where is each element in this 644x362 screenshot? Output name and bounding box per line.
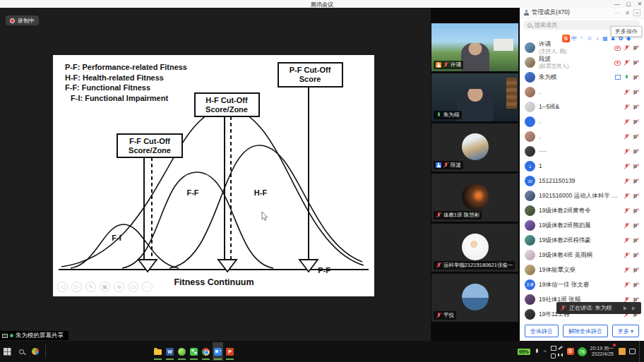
panel-close-button[interactable]: ✕	[624, 10, 631, 16]
panel-more-button[interactable]: ···	[613, 10, 621, 16]
annotate-button[interactable]: ✎	[85, 282, 96, 292]
taskbar-app-file-explorer[interactable]	[153, 342, 163, 361]
battery-indicator[interactable]: 95%	[518, 349, 530, 355]
participant-row[interactable]: 19级体教4班 吴雨桐	[520, 248, 644, 263]
taskbar-app-word[interactable]: W	[165, 342, 175, 361]
mic-muted-icon[interactable]	[624, 104, 630, 110]
start-button[interactable]	[0, 341, 14, 362]
camera-off-icon[interactable]	[633, 178, 639, 184]
action-center-icon[interactable]	[629, 349, 636, 354]
task-view-button[interactable]	[28, 341, 42, 362]
maximize-button[interactable]: ▢	[626, 1, 631, 7]
participant-row[interactable]: .	[520, 129, 644, 144]
participant-row[interactable]: 20 15121150139	[520, 174, 644, 188]
camera-off-icon[interactable]	[633, 222, 639, 229]
taskbar-app-meeting[interactable]	[213, 342, 223, 361]
video-tile[interactable]: 许诵	[431, 23, 518, 71]
participant-row[interactable]: .	[520, 85, 644, 99]
mic-muted-icon[interactable]	[624, 222, 630, 229]
mic-muted-icon[interactable]	[624, 282, 630, 288]
watching-icon[interactable]	[614, 59, 621, 66]
camera-off-icon[interactable]	[633, 59, 639, 66]
mute-all-button[interactable]: 全体静音	[525, 325, 559, 337]
copy-button[interactable]: ▣	[100, 282, 110, 292]
mic-muted-icon[interactable]	[624, 133, 630, 140]
screen-button[interactable]: ▭	[128, 282, 138, 292]
prev-page-button[interactable]: ◁	[57, 282, 68, 292]
magnifier-button[interactable]: ⊕	[114, 282, 124, 292]
mic-muted-icon[interactable]	[624, 252, 630, 258]
taskbar-app-powerpoint[interactable]: P	[225, 342, 235, 361]
video-tile[interactable]: 体教1班 陈慧彬	[431, 174, 518, 222]
camera-off-icon[interactable]	[633, 89, 639, 95]
camera-off-icon[interactable]	[633, 252, 639, 258]
member-list[interactable]: 许诵 (主持人, 我) 段波 (联席主持人) 朱为模 . 1--5班&	[520, 40, 644, 324]
show-desktop-button[interactable]	[639, 341, 642, 362]
mic-muted-icon[interactable]	[624, 44, 630, 51]
video-tile[interactable]: 朱为模	[431, 73, 518, 121]
mic-muted-icon[interactable]	[624, 207, 630, 214]
video-tile[interactable]: 平悦	[431, 274, 518, 322]
participant-row[interactable]: 1 1	[520, 159, 644, 174]
tray-expand-chevron[interactable]: ^	[544, 349, 547, 355]
soft-keyboard-icon[interactable]: ▦	[602, 35, 609, 42]
taskbar-app-app-green[interactable]	[177, 342, 187, 361]
camera-off-icon[interactable]	[633, 74, 639, 80]
more-button[interactable]: ⋯	[142, 282, 153, 292]
punctuation-icon[interactable]: 丶	[578, 35, 585, 42]
mic-muted-icon[interactable]	[624, 267, 630, 273]
taskbar-app-wechat[interactable]	[189, 342, 199, 361]
minimize-button[interactable]: —	[614, 1, 620, 7]
tray-green-badge[interactable]: 76	[578, 347, 587, 356]
more-button[interactable]: 更多 ▾	[612, 325, 639, 337]
mic-muted-icon[interactable]	[624, 59, 630, 66]
camera-off-icon[interactable]	[633, 133, 639, 140]
mic-muted-icon[interactable]	[624, 119, 630, 125]
video-tile[interactable]: 运科学能21215180621张俊一	[431, 224, 518, 272]
camera-off-icon[interactable]	[633, 282, 639, 288]
participant-row[interactable]: 1921516000 运动人体科学 马仁杰	[520, 188, 644, 203]
participant-row[interactable]: 段波 (联席主持人)	[520, 55, 644, 70]
mic-muted-icon[interactable]	[624, 148, 630, 155]
tray-mic-icon[interactable]	[534, 349, 540, 355]
next-page-button[interactable]: ▷	[71, 282, 82, 292]
tray-app-icon[interactable]	[550, 345, 556, 351]
taskbar-app-chrome[interactable]	[201, 342, 211, 361]
participant-row[interactable]: 19级体教2班黄奇令	[520, 203, 644, 218]
close-button[interactable]: ✕	[638, 1, 642, 7]
participant-row[interactable]: 19体能覃义燊	[520, 263, 644, 277]
sogou-logo-icon[interactable]: S	[562, 35, 570, 42]
camera-off-icon[interactable]	[633, 163, 639, 169]
video-tile[interactable]: 段波	[431, 123, 518, 171]
camera-off-icon[interactable]	[633, 267, 639, 273]
unmute-all-button[interactable]: 解除全体静音	[563, 325, 608, 337]
camera-off-icon[interactable]	[633, 44, 639, 51]
emoji-icon[interactable]: ☺	[586, 35, 593, 42]
tray-pen-icon[interactable]	[557, 345, 564, 351]
camera-off-icon[interactable]	[633, 104, 639, 110]
tray-notification-icon[interactable]	[619, 348, 626, 355]
participant-row[interactable]: .	[520, 114, 644, 129]
voice-input-icon[interactable]: ♪	[594, 35, 601, 42]
participant-row[interactable]: 朱为模	[520, 70, 644, 85]
mic-on-icon[interactable]	[624, 74, 630, 80]
screen-share-icon[interactable]	[614, 74, 621, 80]
camera-off-icon[interactable]	[633, 237, 639, 243]
participant-row[interactable]: 19级体教2班熊韵晨	[520, 218, 644, 233]
participant-row[interactable]: 19级体教2班程伟豪	[520, 233, 644, 248]
participant-row[interactable]: 文睿 19体信一佳 张文睿	[520, 277, 644, 292]
camera-off-icon[interactable]	[633, 207, 639, 214]
taskbar-search-button[interactable]	[14, 341, 28, 362]
camera-off-icon[interactable]	[633, 193, 639, 199]
camera-off-icon[interactable]	[633, 148, 639, 155]
tray-icon-cluster[interactable]	[550, 345, 564, 358]
sogou-ime-tray-icon[interactable]: S	[567, 348, 574, 355]
mic-muted-icon[interactable]	[624, 178, 630, 184]
participant-row[interactable]: 1--5班&	[520, 99, 644, 114]
tray-usb-icon[interactable]	[550, 352, 556, 358]
mic-muted-icon[interactable]	[624, 237, 630, 243]
tray-volume-icon[interactable]	[557, 352, 564, 358]
mic-muted-icon[interactable]	[624, 163, 630, 169]
camera-off-icon[interactable]	[633, 119, 639, 125]
mic-muted-icon[interactable]	[624, 89, 630, 95]
